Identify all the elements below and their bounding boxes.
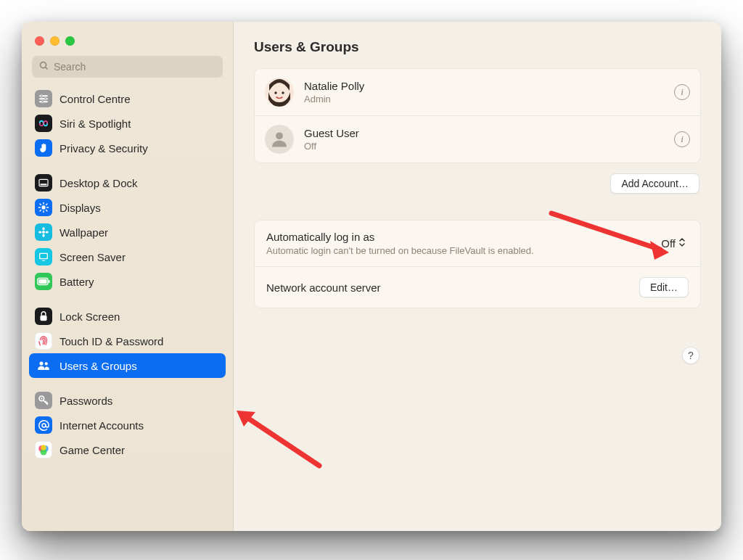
- user-role: Admin: [304, 94, 664, 104]
- sidebar-item-displays[interactable]: Displays: [29, 195, 226, 220]
- network-server-row: Network account server Edit…: [255, 266, 700, 308]
- sidebar-item-label: Desktop & Dock: [59, 177, 138, 189]
- svg-rect-10: [40, 184, 46, 185]
- sidebar-item-label: Control Centre: [59, 93, 131, 105]
- sidebar-item-label: Siri & Spotlight: [59, 118, 131, 130]
- sidebar-item-label: Internet Accounts: [59, 419, 144, 432]
- user-name: Guest User: [304, 127, 664, 139]
- sidebar-item-label: Battery: [59, 276, 94, 288]
- svg-point-0: [41, 62, 46, 67]
- avatar: [265, 78, 294, 107]
- svg-point-6: [44, 98, 46, 100]
- sidebar-item-label: Passwords: [59, 395, 112, 407]
- sidebar-item-siri-spotlight[interactable]: Siri & Spotlight: [29, 111, 226, 136]
- sidebar-item-wallpaper[interactable]: Wallpaper: [29, 220, 226, 244]
- users-list: Natalie Polly Admin i Guest User Off i: [254, 68, 701, 163]
- svg-rect-31: [40, 316, 46, 321]
- sidebar-item-passwords[interactable]: Passwords: [29, 388, 226, 413]
- svg-point-22: [42, 234, 44, 237]
- svg-point-40: [41, 445, 46, 450]
- at-icon: [35, 416, 52, 434]
- svg-point-33: [45, 362, 48, 365]
- sidebar-list: Control CentreSiri & SpotlightPrivacy & …: [22, 86, 233, 531]
- search-icon: [38, 60, 49, 74]
- flower-icon: [35, 223, 52, 241]
- svg-point-7: [41, 101, 44, 103]
- sidebar-item-privacy-security[interactable]: Privacy & Security: [29, 136, 226, 160]
- svg-rect-26: [40, 254, 46, 258]
- svg-point-32: [39, 361, 43, 365]
- sidebar-item-label: Touch ID & Password: [59, 335, 163, 347]
- settings-window: Control CentreSiri & SpotlightPrivacy & …: [22, 22, 721, 531]
- battery-icon: [35, 273, 52, 290]
- gamecenter-icon: [35, 441, 52, 458]
- sidebar-item-game-center[interactable]: Game Center: [29, 437, 226, 462]
- user-row-guest[interactable]: Guest User Off i: [255, 115, 700, 162]
- auto-login-row: Automatically log in as Automatic login …: [255, 221, 700, 266]
- sidebar-item-label: Wallpaper: [59, 226, 108, 239]
- auto-login-subtitle: Automatic login can't be turned on becau…: [266, 245, 658, 256]
- add-account-button[interactable]: Add Account…: [610, 173, 699, 194]
- sidebar-item-screen-saver[interactable]: Screen Saver: [29, 244, 226, 269]
- key-icon: [35, 392, 52, 409]
- lock-icon: [35, 308, 52, 325]
- svg-point-23: [38, 231, 41, 233]
- sidebar-item-label: Game Center: [59, 444, 125, 456]
- search-input[interactable]: [54, 61, 216, 73]
- minimize-window-button[interactable]: [50, 36, 59, 46]
- sidebar-item-touch-id[interactable]: Touch ID & Password: [29, 329, 226, 353]
- zoom-window-button[interactable]: [65, 36, 75, 46]
- sidebar-item-lock-screen[interactable]: Lock Screen: [29, 304, 226, 329]
- info-icon[interactable]: i: [674, 131, 690, 147]
- sidebar-item-label: Displays: [59, 202, 101, 214]
- svg-point-11: [41, 205, 45, 209]
- sidebar-item-users-groups[interactable]: Users & Groups: [29, 353, 226, 378]
- svg-line-18: [40, 210, 41, 211]
- info-icon[interactable]: i: [674, 84, 690, 100]
- sidebar-item-label: Users & Groups: [59, 360, 137, 372]
- svg-point-20: [42, 231, 45, 234]
- svg-line-19: [46, 204, 47, 205]
- siri-icon: [35, 115, 52, 132]
- dock-icon: [35, 174, 52, 192]
- svg-line-16: [40, 204, 41, 205]
- login-settings: Automatically log in as Automatic login …: [254, 220, 701, 308]
- sidebar-item-label: Privacy & Security: [59, 142, 148, 155]
- sidebar-item-internet-accounts[interactable]: Internet Accounts: [29, 413, 226, 437]
- user-info: Natalie Polly Admin: [304, 80, 664, 104]
- svg-rect-30: [49, 280, 50, 283]
- user-row-natalie[interactable]: Natalie Polly Admin i: [255, 69, 700, 115]
- screensaver-icon: [35, 248, 52, 265]
- sidebar-item-battery[interactable]: Battery: [29, 269, 226, 294]
- svg-rect-29: [38, 279, 46, 284]
- sun-icon: [35, 199, 52, 216]
- chevron-updown-icon: [678, 237, 686, 250]
- help-button[interactable]: ?: [682, 347, 699, 364]
- svg-point-42: [274, 91, 276, 94]
- auto-login-title: Automatically log in as: [266, 231, 658, 243]
- svg-point-24: [46, 231, 49, 233]
- search-field[interactable]: [32, 56, 223, 78]
- svg-line-1: [46, 67, 48, 69]
- user-role: Off: [304, 141, 664, 152]
- sidebar-item-label: Screen Saver: [59, 251, 126, 263]
- svg-line-17: [46, 210, 47, 211]
- svg-point-21: [42, 227, 44, 230]
- sidebar-item-desktop-dock[interactable]: Desktop & Dock: [29, 170, 226, 195]
- people-icon: [35, 357, 52, 374]
- main-content: Users & Groups: [234, 22, 721, 531]
- user-name: Natalie Polly: [304, 80, 664, 92]
- svg-point-44: [276, 132, 283, 139]
- close-window-button[interactable]: [35, 36, 44, 46]
- fingerprint-icon: [35, 332, 52, 350]
- svg-point-5: [41, 95, 43, 97]
- page-title: Users & Groups: [254, 39, 701, 55]
- sidebar-item-label: Lock Screen: [59, 310, 120, 323]
- auto-login-popup[interactable]: Off: [658, 236, 689, 251]
- hand-icon: [35, 139, 52, 157]
- network-server-edit-button[interactable]: Edit…: [639, 277, 689, 297]
- sidebar-item-control-centre[interactable]: Control Centre: [29, 86, 226, 111]
- window-controls: [22, 32, 233, 56]
- network-server-title: Network account server: [266, 281, 639, 294]
- svg-point-35: [41, 398, 42, 399]
